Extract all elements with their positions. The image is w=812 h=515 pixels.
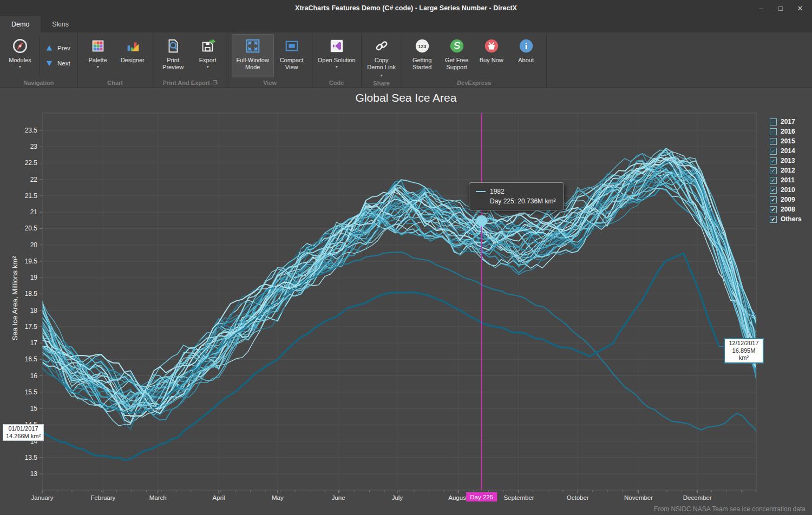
legend-item-2014[interactable]: ✔2014 [770,146,802,156]
svg-text:21.5: 21.5 [25,192,38,200]
checkbox-2008[interactable]: ✔ [770,206,777,213]
svg-text:January: January [31,494,54,501]
ribbon-group-buttons: Copy Demo Link ▾ [363,32,401,79]
series-line-1991[interactable] [42,152,756,398]
getting-started-button[interactable]: 123Getting Started [405,34,439,77]
window-controls: –□✕ [751,0,810,16]
legend-item-2012[interactable]: ✔2012 [770,166,802,175]
checkbox-others[interactable]: ✔ [770,216,777,223]
legend-item-2011[interactable]: ✔2011 [770,175,802,185]
series-line-1983[interactable] [42,173,756,407]
print-preview-button[interactable]: Print Preview [156,34,190,77]
series-line-2017[interactable] [42,253,719,460]
svg-text:21: 21 [30,208,38,216]
svg-text:16.5: 16.5 [25,355,38,363]
svg-text:23.5: 23.5 [25,127,38,134]
designer-button[interactable]: Designer [116,34,149,77]
buy-now-button[interactable]: Buy Now [475,34,508,77]
series-line-1992[interactable] [42,169,756,410]
ribbon-group-buttons: 123Getting StartedGet Free SupportBuy No… [403,32,545,77]
checkbox-2017[interactable]: ✔ [770,118,777,126]
button-label: Modules [9,57,31,64]
svg-text:20.5: 20.5 [25,225,38,232]
dropdown-caret-icon: ▾ [97,64,99,69]
legend-item-2015[interactable]: ✔2015 [770,136,802,146]
triangle-up-icon [45,44,53,52]
checkbox-2016[interactable]: ✔ [770,128,777,135]
annotation-2017-start[interactable]: 01/01/2017 14.266M km² [3,424,44,441]
next-button[interactable]: Next [45,60,70,67]
annotation-date: 12/12/2017 [726,340,761,347]
title-bar: XtraCharts Features Demo (C# code) - Lar… [0,0,812,16]
legend-label: 2013 [781,157,795,164]
series-line-2015[interactable] [42,188,756,411]
legend-item-2017[interactable]: ✔2017 [770,117,802,127]
legend-item-2009[interactable]: ✔2009 [770,195,802,204]
chart-panel: Global Sea Ice Area Sea Ice Area, Millio… [0,88,812,515]
legend-item-2010[interactable]: ✔2010 [770,185,802,195]
chart-svg: 1313.51414.51515.51616.51717.51818.51919… [0,88,812,515]
modules-button[interactable]: Modules▾ [3,34,37,77]
export-button[interactable]: Export▾ [191,34,225,77]
tooltip-series-swatch-icon [476,191,486,192]
legend-label: 2009 [781,196,795,203]
checkbox-2011[interactable]: ✔ [770,177,777,184]
svg-text:17: 17 [30,339,38,347]
ribbon-group-label: View [263,80,277,86]
button-label: About [518,57,534,64]
checkbox-2010[interactable]: ✔ [770,187,777,194]
ribbon-group: Open Solution▾Code [312,32,362,88]
legend-item-2008[interactable]: ✔2008 [770,204,802,214]
svg-text:February: February [90,494,115,501]
copy-demo-link-button[interactable]: Copy Demo Link ▾ [365,34,398,79]
legend-item-2016[interactable]: ✔2016 [770,127,802,136]
svg-text:September: September [503,494,534,501]
open-solution-button[interactable]: Open Solution▾ [316,34,358,77]
checkbox-2014[interactable]: ✔ [770,148,777,155]
tab-demo[interactable]: Demo [0,16,41,32]
svg-text:20: 20 [30,241,38,249]
checkbox-2009[interactable]: ✔ [770,196,777,203]
legend-label: 2010 [781,186,795,194]
prev-button[interactable]: Prev [45,44,70,52]
get-free-support-button[interactable]: Get Free Support [440,34,474,77]
minimize-button[interactable]: – [751,0,771,16]
tooltip-series-name: 1982 [490,188,505,195]
full-window-icon [245,37,261,55]
ribbon-group-label: Chart [107,80,123,86]
ribbon: Modules▾PrevNextNavigationPalette▾Design… [0,32,812,88]
ribbon-group-label: DevExpress [457,80,491,86]
legend-item-2013[interactable]: ✔2013 [770,156,802,166]
ribbon-group: 123Getting StartedGet Free SupportBuy No… [402,32,547,88]
svg-text:November: November [624,494,653,501]
compact-view-button[interactable]: Compact View [275,34,309,77]
checkbox-2013[interactable]: ✔ [770,157,777,164]
legend-label: 2014 [781,147,795,155]
full-window-mode-button[interactable]: Full-Window Mode [232,34,274,77]
x-axis-labels: JanuaryFebruaryMarchAprilMayJuneJulyAugu… [31,494,712,501]
ribbon-tab-row: DemoSkins [0,16,812,32]
series-line-1999[interactable] [42,150,756,408]
maximize-button[interactable]: □ [771,0,790,16]
support-icon [449,37,465,55]
dialog-launcher-icon[interactable] [213,80,218,85]
checkbox-2015[interactable]: ✔ [770,138,777,145]
svg-text:May: May [272,494,284,501]
annotation-2017-end[interactable]: 12/12/2017 16.895M km² [724,338,764,364]
close-button[interactable]: ✕ [790,0,810,16]
checkbox-2012[interactable]: ✔ [770,167,777,174]
series-lines[interactable] [42,148,756,460]
legend-item-others[interactable]: ✔Others [770,214,802,224]
basket-icon [483,37,500,55]
annotation-value: 16.895M km² [726,347,761,362]
palette-button[interactable]: Palette▾ [81,34,115,77]
legend: ✔2017✔2016✔2015✔2014✔2013✔2012✔2011✔2010… [770,117,802,224]
tab-skins[interactable]: Skins [41,16,80,32]
svg-text:March: March [149,494,167,501]
highlight-point[interactable] [476,215,487,227]
series-line-2012[interactable] [42,160,756,408]
svg-text:13: 13 [30,470,38,478]
button-label: Palette [89,57,107,64]
ribbon-group-label-row: Share [363,79,401,88]
about-button[interactable]: iAbout [509,34,543,77]
